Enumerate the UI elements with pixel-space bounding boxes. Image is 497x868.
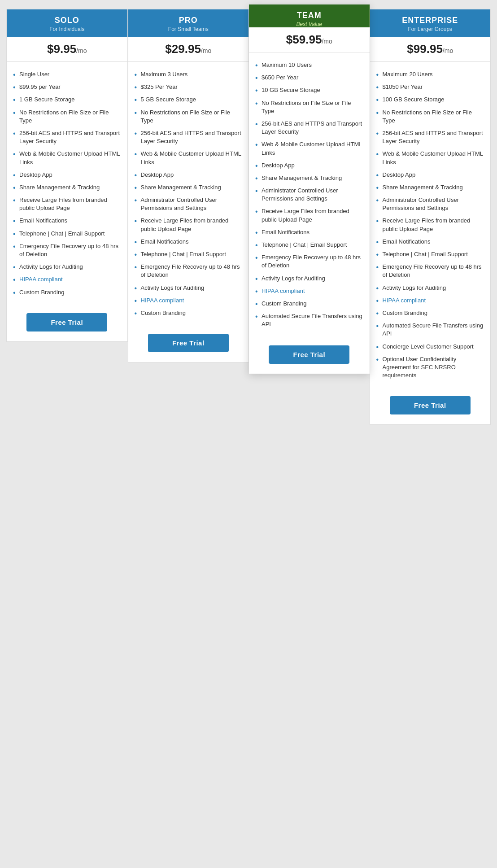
price-amount-solo: $9.95	[47, 42, 76, 56]
feature-item: Maximum 20 Users	[376, 68, 484, 81]
feature-item: $650 Per Year	[255, 71, 363, 84]
plan-name-pro: PRO	[133, 16, 244, 25]
feature-item: Concierge Level Customer Support	[376, 340, 484, 353]
plan-enterprise: ENTERPRISEFor Larger Groups$99.95/moMaxi…	[370, 9, 491, 425]
feature-item: Telephone | Chat | Email Support	[255, 239, 363, 251]
price-mo-team: /mo	[322, 38, 332, 45]
price-amount-enterprise: $99.95	[407, 42, 443, 56]
feature-item: Emergency File Recovery up to 48 hrs of …	[376, 261, 484, 281]
feature-item: Administrator Controlled User Permission…	[135, 194, 243, 214]
plan-subtitle-pro: For Small Teams	[133, 26, 244, 32]
feature-item: Automated Secure File Transfers using AP…	[255, 310, 363, 331]
feature-item: Share Management & Tracking	[255, 172, 363, 184]
feature-item: Administrator Controlled User Permission…	[376, 194, 484, 214]
feature-item: Receive Large Files from branded public …	[135, 214, 243, 235]
feature-item: Email Notifications	[255, 226, 363, 239]
plan-header-pro: PROFor Small Teams	[128, 9, 249, 37]
feature-item: Custom Branding	[255, 297, 363, 310]
feature-item: Automated Secure File Transfers using AP…	[376, 319, 484, 340]
feature-item: Share Management & Tracking	[376, 181, 484, 194]
feature-item: Emergency File Recovery up to 48 hrs of …	[13, 240, 121, 261]
features-list-enterprise: Maximum 20 Users$1050 Per Year100 GB Sec…	[370, 62, 491, 388]
feature-item: Email Notifications	[135, 236, 243, 248]
plan-header-team: TEAMBest Value	[249, 4, 370, 27]
plan-subtitle-team: Best Value	[253, 21, 365, 27]
feature-item[interactable]: HIPAA compliant	[376, 294, 484, 307]
price-mo-solo: /mo	[76, 47, 87, 54]
feature-item: Emergency File Recovery up to 48 hrs of …	[135, 261, 243, 281]
plan-footer-enterprise: Free Trial	[370, 388, 491, 424]
free-trial-button-pro[interactable]: Free Trial	[148, 334, 229, 352]
feature-item: Share Management & Tracking	[135, 181, 243, 194]
feature-item: 256-bit AES and HTTPS and Transport Laye…	[376, 127, 484, 148]
feature-item: Emergency File Recovery up to 48 hrs of …	[255, 251, 363, 272]
feature-item: 100 GB Secure Storage	[376, 93, 484, 106]
free-trial-button-team[interactable]: Free Trial	[269, 345, 349, 364]
feature-item: Desktop App	[135, 169, 243, 181]
feature-item: No Restrictions on File Size or File Typ…	[255, 97, 363, 118]
feature-item: Custom Branding	[135, 307, 243, 319]
feature-item: No Restrictions on File Size or File Typ…	[13, 106, 121, 127]
feature-item[interactable]: HIPAA compliant	[13, 273, 121, 286]
feature-item: No Restrictions on File Size or File Typ…	[376, 106, 484, 127]
feature-item[interactable]: HIPAA compliant	[135, 294, 243, 307]
feature-item: 256-bit AES and HTTPS and Transport Laye…	[255, 118, 363, 138]
plan-name-enterprise: ENTERPRISE	[375, 16, 486, 25]
feature-item: Activity Logs for Auditing	[13, 261, 121, 273]
feature-item: Web & Mobile Customer Upload HTML Links	[255, 138, 363, 159]
feature-item: No Restrictions on File Size or File Typ…	[135, 106, 243, 127]
feature-item: Receive Large Files from branded public …	[13, 194, 121, 214]
features-list-team: Maximum 10 Users$650 Per Year10 GB Secur…	[249, 52, 370, 337]
feature-item: Telephone | Chat | Email Support	[135, 248, 243, 261]
plan-subtitle-solo: For Individuals	[11, 26, 123, 32]
features-list-solo: Single User$99.95 per Year1 GB Secure St…	[7, 62, 127, 305]
feature-item: Activity Logs for Auditing	[255, 272, 363, 285]
price-mo-enterprise: /mo	[443, 47, 453, 54]
feature-item: Custom Branding	[376, 307, 484, 319]
feature-item: Desktop App	[376, 169, 484, 181]
feature-item: 5 GB Secure Storage	[135, 93, 243, 106]
feature-item: Custom Branding	[13, 286, 121, 299]
feature-item: Maximum 3 Users	[135, 68, 243, 81]
feature-item: 256-bit AES and HTTPS and Transport Laye…	[13, 127, 121, 148]
plan-name-solo: SOLO	[11, 16, 123, 25]
price-bar-enterprise: $99.95/mo	[370, 37, 491, 62]
feature-item: Activity Logs for Auditing	[135, 282, 243, 294]
feature-item: 10 GB Secure Storage	[255, 84, 363, 96]
price-amount-team: $59.95	[286, 33, 322, 46]
features-list-pro: Maximum 3 Users$325 Per Year5 GB Secure …	[128, 62, 249, 326]
feature-item: Web & Mobile Customer Upload HTML Links	[13, 148, 121, 168]
feature-item: 1 GB Secure Storage	[13, 93, 121, 106]
feature-item: Receive Large Files from branded public …	[255, 205, 363, 226]
feature-item: Telephone | Chat | Email Support	[376, 248, 484, 261]
plan-footer-pro: Free Trial	[128, 326, 249, 362]
feature-item: Share Management & Tracking	[13, 181, 121, 194]
feature-item: Maximum 10 Users	[255, 59, 363, 71]
feature-item: $325 Per Year	[135, 81, 243, 93]
feature-item: Single User	[13, 68, 121, 81]
feature-item: $99.95 per Year	[13, 81, 121, 93]
feature-item: Desktop App	[255, 159, 363, 172]
free-trial-button-enterprise[interactable]: Free Trial	[390, 396, 471, 414]
feature-item: Email Notifications	[13, 214, 121, 227]
plan-name-team: TEAM	[253, 11, 365, 20]
feature-item: Activity Logs for Auditing	[376, 282, 484, 294]
plan-subtitle-enterprise: For Larger Groups	[375, 26, 486, 32]
feature-item[interactable]: HIPAA compliant	[255, 285, 363, 297]
plan-header-enterprise: ENTERPRISEFor Larger Groups	[370, 9, 491, 37]
feature-item: Receive Large Files from branded public …	[376, 214, 484, 235]
plan-footer-solo: Free Trial	[7, 305, 127, 341]
feature-item: Web & Mobile Customer Upload HTML Links	[135, 148, 243, 168]
feature-item: Administrator Controlled User Permission…	[255, 184, 363, 205]
feature-item: $1050 Per Year	[376, 81, 484, 93]
feature-item: Optional User Confidentiality Agreement …	[376, 353, 484, 382]
feature-item: Email Notifications	[376, 236, 484, 248]
plan-footer-team: Free Trial	[249, 337, 370, 374]
plan-solo: SOLOFor Individuals$9.95/moSingle User$9…	[6, 9, 128, 342]
price-bar-solo: $9.95/mo	[7, 37, 127, 62]
feature-item: 256-bit AES and HTTPS and Transport Laye…	[135, 127, 243, 148]
free-trial-button-solo[interactable]: Free Trial	[26, 313, 107, 331]
price-mo-pro: /mo	[201, 47, 211, 54]
feature-item: Desktop App	[13, 169, 121, 181]
price-bar-pro: $29.95/mo	[128, 37, 249, 62]
